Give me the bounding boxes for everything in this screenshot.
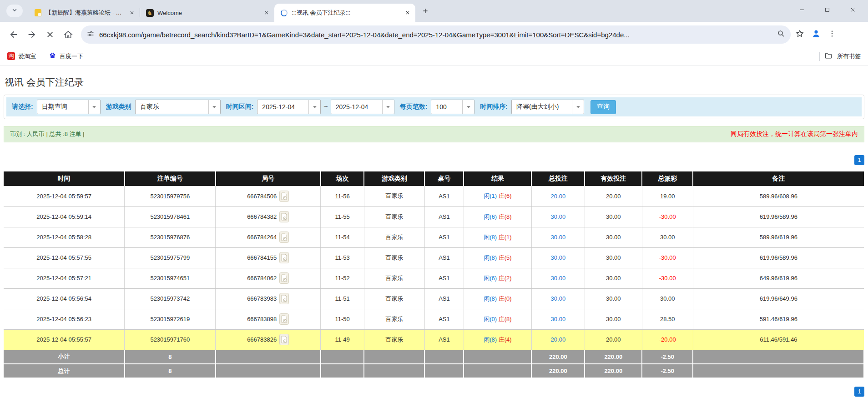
dropdown-arrow-icon[interactable] <box>382 100 394 114</box>
chevron-down-icon <box>11 7 18 15</box>
dropdown-arrow-icon[interactable] <box>572 100 584 114</box>
dropdown-arrow-icon[interactable] <box>88 100 100 114</box>
dropdown-arrow-icon[interactable] <box>308 100 320 114</box>
video-record-icon[interactable] <box>279 211 289 222</box>
summary-valid-bet: 220.00 <box>585 350 642 364</box>
tab-betrecord-active[interactable]: :::视讯 会员下注纪录::: <box>274 4 415 22</box>
minimize-icon[interactable] <box>789 0 814 19</box>
select-type-label: 请选择: <box>12 103 33 111</box>
zoom-icon[interactable] <box>777 30 785 40</box>
new-tab-button[interactable] <box>419 5 432 17</box>
result-player: 闲(8) <box>484 254 497 261</box>
total-bet-link[interactable]: 30.00 <box>551 254 566 261</box>
cell-round-id: 666784264 <box>216 227 321 247</box>
cell-note: 619.96/589.96 <box>693 206 864 227</box>
result-player: 闲(8) <box>484 234 497 241</box>
total-bet-link[interactable]: 30.00 <box>551 275 566 282</box>
forward-icon[interactable] <box>23 25 41 44</box>
cell-result: 闲(8) 庄(1) <box>464 227 531 247</box>
cell-note: 589.96/619.96 <box>693 227 864 247</box>
home-icon[interactable] <box>59 25 77 44</box>
total-bet-link[interactable]: 20.00 <box>551 336 566 343</box>
bookmark-taobao[interactable]: 淘 爱淘宝 <box>7 52 36 60</box>
summary-payout: -2.50 <box>642 364 693 378</box>
tab-search-button[interactable] <box>6 5 23 17</box>
cell-total-bet: 30.00 <box>531 268 585 288</box>
folder-icon <box>824 51 833 61</box>
page-1-button[interactable]: 1 <box>854 387 864 397</box>
cell-time: 2025-12-04 05:57:21 <box>4 268 125 288</box>
column-header-3: 场次 <box>321 171 364 186</box>
cell-note: 589.96/608.96 <box>693 186 864 206</box>
all-bookmarks-label[interactable]: 所有书签 <box>837 52 861 60</box>
cell-payout: 19.00 <box>642 186 693 206</box>
total-bet-link[interactable]: 30.00 <box>551 234 566 241</box>
query-type-value: 日期查询 <box>37 100 88 114</box>
table-row: 2025-12-04 05:56:23523015972619666783898… <box>4 309 864 329</box>
maximize-icon[interactable] <box>814 0 840 19</box>
time-sort-value: 降幂(由大到小) <box>512 100 572 114</box>
back-icon[interactable] <box>5 25 23 44</box>
cell-total-bet: 30.00 <box>531 288 585 309</box>
total-bet-link[interactable]: 20.00 <box>551 193 566 200</box>
column-header-8: 有效投注 <box>585 171 642 186</box>
date-end-value: 2025-12-04 <box>331 100 382 114</box>
search-button[interactable]: 查询 <box>590 100 616 114</box>
cell-note: 611.46/591.46 <box>693 329 864 350</box>
date-start-input[interactable]: 2025-12-04 <box>257 100 321 114</box>
cell-table-no: AS1 <box>424 206 464 227</box>
tab-title: :::视讯 会员下注纪录::: <box>292 9 400 17</box>
tab-forum[interactable]: 【新提醒】海燕策略论坛 - 综合 <box>28 4 140 22</box>
column-header-7: 总投注 <box>531 171 585 186</box>
cell-session: 11-54 <box>321 227 364 247</box>
result-banker: 庄(1) <box>499 234 512 241</box>
video-record-icon[interactable] <box>279 252 289 263</box>
date-end-input[interactable]: 2025-12-04 <box>331 100 394 114</box>
dropdown-arrow-icon[interactable] <box>208 100 220 114</box>
summary-empty-cell <box>364 364 424 378</box>
range-tilde: ~ <box>323 103 328 111</box>
result-banker: 庄(8) <box>499 316 512 322</box>
time-sort-select[interactable]: 降幂(由大到小) <box>511 100 584 114</box>
total-bet-link[interactable]: 30.00 <box>551 316 566 322</box>
video-record-icon[interactable] <box>279 334 289 345</box>
site-info-icon[interactable] <box>86 30 95 40</box>
menu-dots-icon[interactable] <box>828 30 836 40</box>
bookmark-baidu[interactable]: 百度一下 <box>49 52 83 61</box>
video-record-icon[interactable] <box>279 313 289 325</box>
page-size-select[interactable]: 100 <box>431 100 474 114</box>
close-window-icon[interactable] <box>840 0 865 19</box>
stop-loading-icon[interactable] <box>41 25 59 44</box>
subtotal-row: 小计8220.00220.00-2.50 <box>4 350 864 364</box>
dropdown-arrow-icon[interactable] <box>462 100 474 114</box>
cell-table-no: AS1 <box>424 227 464 247</box>
video-record-icon[interactable] <box>279 232 289 243</box>
cell-result: 闲(8) 庄(0) <box>464 288 531 309</box>
url-text[interactable]: 66cxkj98.com/game/betrecord_search/kind3… <box>99 31 777 39</box>
bookmark-star-icon[interactable] <box>795 29 804 40</box>
video-record-icon[interactable] <box>279 293 289 304</box>
summary-bar: 币别 : 人民币 | 总共 :8 注单 | 同局有效投注，统一计算在该局第一张注… <box>4 126 864 142</box>
game-type-select[interactable]: 百家乐 <box>135 100 221 114</box>
video-record-icon[interactable] <box>279 191 289 202</box>
table-row: 2025-12-04 05:55:57523015971760666783826… <box>4 329 864 350</box>
filter-panel: 请选择: 日期查询 游戏类别 百家乐 时间区间: 2025-12-04 ~ 20… <box>4 95 864 119</box>
close-icon[interactable] <box>128 9 136 17</box>
page-1-button[interactable]: 1 <box>854 155 864 165</box>
result-banker: 庄(6) <box>499 192 512 199</box>
tab-welcome[interactable]: ♞ Welcome <box>140 4 274 22</box>
query-type-select[interactable]: 日期查询 <box>37 100 101 114</box>
total-bet-link[interactable]: 30.00 <box>551 213 566 220</box>
close-icon[interactable] <box>404 9 412 17</box>
result-player: 闲(8) <box>484 336 497 343</box>
address-bar[interactable]: 66cxkj98.com/game/betrecord_search/kind3… <box>81 25 791 44</box>
summary-empty-cell <box>321 364 364 378</box>
cell-result: 闲(6) 庄(8) <box>464 206 531 227</box>
cell-session: 11-50 <box>321 309 364 329</box>
table-row: 2025-12-04 05:57:21523015974651666784062… <box>4 268 864 288</box>
profile-avatar[interactable] <box>811 28 822 41</box>
cell-game-type: 百家乐 <box>364 247 424 268</box>
total-bet-link[interactable]: 30.00 <box>551 295 566 302</box>
video-record-icon[interactable] <box>279 272 289 284</box>
close-icon[interactable] <box>262 9 271 17</box>
